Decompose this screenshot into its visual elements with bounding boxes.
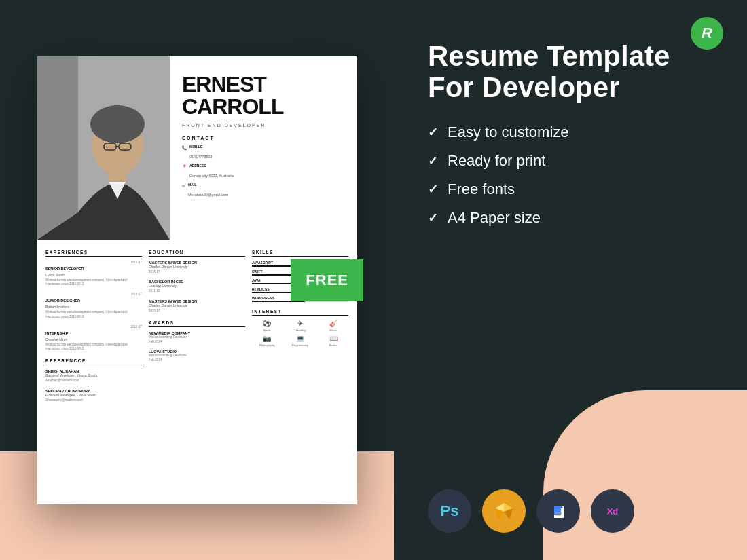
contact-mail: ✉ MAIL Mendoza90@gmail.com xyxy=(182,183,346,199)
feature-3: ✓ Free fonts xyxy=(428,181,713,198)
travel-icon: ✈ xyxy=(297,320,303,327)
software-icons-row: Ps Xd xyxy=(428,489,713,533)
contact-section: CONTACT 📞 MOBILE 01414778526 📍 ADDRESS xyxy=(182,136,346,199)
exp-2: JUNIOR DESIGNER 2015-17 Balkan brothers … xyxy=(45,293,142,320)
svg-rect-21 xyxy=(555,515,560,516)
ref-2: SHOURAV CHOWDHURY Frontend developer, Lu… xyxy=(45,389,142,403)
svg-rect-2 xyxy=(37,56,78,240)
resume-header-info: ERNEST CARROLL FRONT END DEVELOPER CONTA… xyxy=(170,56,357,240)
svg-point-6 xyxy=(90,105,145,143)
award-1: NEW MEDIA COMPANY Most outstanding Devel… xyxy=(149,331,245,345)
phone-icon: 📞 xyxy=(182,145,187,150)
product-title: Resume Template For Developer xyxy=(428,41,713,103)
interest-sports: ⚽ Sports xyxy=(252,320,283,332)
experiences-heading: EXPERIENCES xyxy=(45,250,142,257)
resume-top-section: ERNEST CARROLL FRONT END DEVELOPER CONTA… xyxy=(37,56,357,240)
interest-music: 🎸 Music xyxy=(318,320,348,332)
check-icon-3: ✓ xyxy=(428,182,438,197)
music-icon: 🎸 xyxy=(329,320,338,327)
contact-address: 📍 ADDRESS Darwin city 6032, Australia xyxy=(182,164,346,180)
exp-1: SENIOR DEVELOPER 2015-17 Luova Studio Wo… xyxy=(45,261,142,288)
col-education: EDUCATION MASTERS IN WEB DESIGN Charles … xyxy=(149,250,245,409)
svg-rect-18 xyxy=(554,506,561,515)
exp-3: INTERNSHIP 2015-17 Creative Mints Worked… xyxy=(45,325,142,352)
photoshop-icon[interactable]: Ps xyxy=(428,489,471,533)
feature-4-label: A4 Paper size xyxy=(448,209,541,227)
googledocs-icon[interactable] xyxy=(536,489,580,533)
code-icon: 💻 xyxy=(296,335,304,342)
free-badge: FREE xyxy=(291,259,363,301)
brand-logo-letter: R xyxy=(702,24,712,42)
books-icon: 📖 xyxy=(329,335,338,342)
interests-heading: INTEREST xyxy=(252,309,348,316)
sports-icon: ⚽ xyxy=(263,320,271,327)
mail-icon: ✉ xyxy=(182,183,185,188)
contact-mobile: 📞 MOBILE 01414778526 xyxy=(182,145,346,161)
resume-preview-container: FREE xyxy=(37,56,357,504)
right-panel: R Resume Template For Developer ✓ Easy t… xyxy=(394,0,747,560)
feature-2-label: Ready for print xyxy=(448,152,545,170)
awards-heading: AWARDS xyxy=(149,320,245,327)
interests-grid: ⚽ Sports ✈ Travelling 🎸 Music 📷 xyxy=(252,320,348,347)
check-icon-2: ✓ xyxy=(428,153,438,168)
adobexd-icon[interactable]: Xd xyxy=(591,489,634,533)
feature-2: ✓ Ready for print xyxy=(428,152,713,170)
check-icon-4: ✓ xyxy=(428,210,438,225)
education-heading: EDUCATION xyxy=(149,250,245,257)
left-panel: FREE xyxy=(0,0,394,560)
photo-icon: 📷 xyxy=(263,335,271,342)
reference-heading: REFERENCCE xyxy=(45,358,142,365)
interest-photo: 📷 Photography xyxy=(252,335,283,347)
check-icon-1: ✓ xyxy=(428,125,438,140)
feature-1: ✓ Easy to customize xyxy=(428,124,713,141)
location-icon: 📍 xyxy=(182,164,187,169)
feature-3-label: Free fonts xyxy=(448,181,515,198)
resume-photo xyxy=(37,56,170,240)
features-list: ✓ Easy to customize ✓ Ready for print ✓ … xyxy=(428,124,713,238)
col-experience: EXPERIENCES SENIOR DEVELOPER 2015-17 Luo… xyxy=(45,250,142,409)
feature-1-label: Easy to customize xyxy=(448,124,569,141)
svg-rect-20 xyxy=(555,512,562,514)
contact-heading: CONTACT xyxy=(182,136,346,141)
ref-1: SHEKH AL RAHAN Backend developer , Luova… xyxy=(45,369,142,384)
interest-programming: 💻 Programming xyxy=(285,335,316,347)
resume-subtitle: FRONT END DEVELOPER xyxy=(182,123,346,128)
interest-travel: ✈ Travelling xyxy=(285,320,316,332)
edu-3: MASTERS IN WEB DESIGN Charles Darwin Uni… xyxy=(149,299,245,314)
edu-2: BACHELOR IN CSE Leading University 2011-… xyxy=(149,280,245,294)
award-2: LUOVA STUDIO Most outstanding Developer … xyxy=(149,350,245,363)
svg-text:Xd: Xd xyxy=(607,506,619,517)
skills-heading: SKILLS xyxy=(252,250,348,257)
edu-1: MASTERS IN WEB DESIGN Charles Darwin Uni… xyxy=(149,261,245,275)
feature-4: ✓ A4 Paper size xyxy=(428,209,713,227)
interest-books: 📖 Books xyxy=(318,335,348,347)
sketch-icon[interactable] xyxy=(482,489,526,533)
brand-logo: R xyxy=(691,17,723,50)
resume-preview: FREE xyxy=(37,56,357,504)
resume-name: ERNEST CARROLL xyxy=(182,73,346,119)
